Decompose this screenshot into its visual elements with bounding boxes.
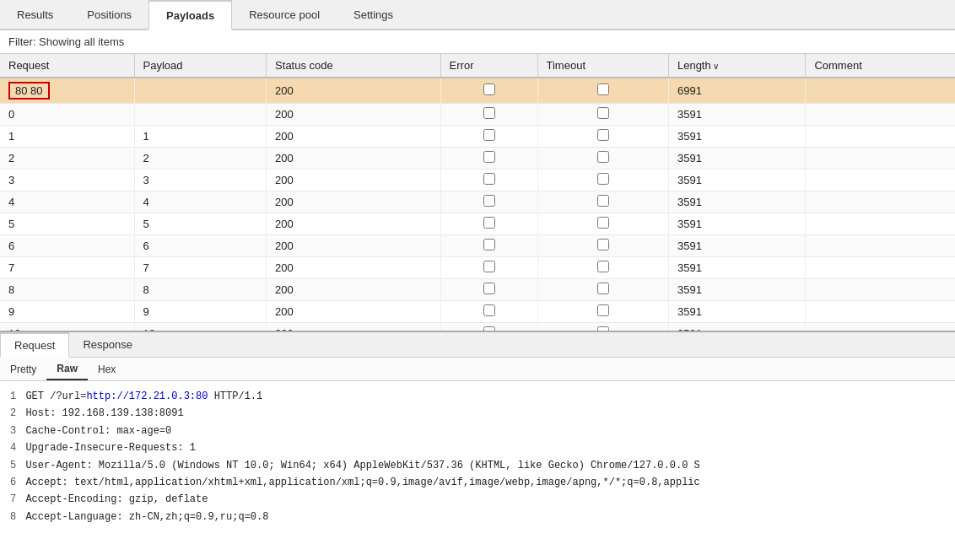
http-line: 5 User-Agent: Mozilla/5.0 (Windows NT 10… xyxy=(10,457,945,474)
bottom-tab-request[interactable]: Request xyxy=(0,332,69,358)
cell-payload xyxy=(134,78,267,104)
cell-timeout[interactable] xyxy=(537,279,668,301)
table-row[interactable]: 882003591 xyxy=(0,279,955,301)
timeout-checkbox[interactable] xyxy=(597,261,609,272)
cell-error[interactable] xyxy=(440,213,537,235)
cell-length: 3591 xyxy=(668,170,805,191)
timeout-checkbox[interactable] xyxy=(597,326,609,332)
http-line: 2 Host: 192.168.139.138:8091 xyxy=(10,405,945,422)
timeout-checkbox[interactable] xyxy=(597,283,609,294)
cell-length: 3591 xyxy=(668,279,805,301)
sub-tabs-bar: Pretty Raw Hex xyxy=(0,358,955,381)
cell-payload: 3 xyxy=(134,170,267,191)
error-checkbox[interactable] xyxy=(483,326,495,332)
filter-bar: Filter: Showing all items xyxy=(0,30,955,54)
cell-status: 200 xyxy=(267,78,441,104)
cell-payload: 1 xyxy=(134,126,267,148)
cell-length: 3591 xyxy=(668,126,805,148)
timeout-checkbox[interactable] xyxy=(597,129,609,141)
cell-timeout[interactable] xyxy=(537,126,668,148)
cell-request: 10 xyxy=(0,323,134,333)
cell-comment xyxy=(806,235,955,257)
sub-tab-pretty[interactable]: Pretty xyxy=(0,358,46,380)
table-row[interactable]: 662003591 xyxy=(0,235,955,257)
col-status-code[interactable]: Status code xyxy=(267,54,441,78)
cell-status: 200 xyxy=(267,257,441,279)
col-request[interactable]: Request xyxy=(0,54,134,78)
timeout-checkbox[interactable] xyxy=(597,83,609,95)
col-error[interactable]: Error xyxy=(440,54,537,78)
table-body: 80 8020069910200359111200359122200359133… xyxy=(0,78,955,332)
cell-timeout[interactable] xyxy=(537,148,668,170)
cell-payload: 2 xyxy=(134,148,267,170)
tab-settings[interactable]: Settings xyxy=(337,0,410,29)
cell-error[interactable] xyxy=(440,191,537,213)
cell-error[interactable] xyxy=(440,279,537,301)
cell-error[interactable] xyxy=(440,301,537,323)
timeout-checkbox[interactable] xyxy=(597,217,609,229)
error-checkbox[interactable] xyxy=(483,195,495,207)
col-timeout[interactable]: Timeout xyxy=(537,54,668,78)
cell-timeout[interactable] xyxy=(537,213,668,235)
timeout-checkbox[interactable] xyxy=(597,195,609,207)
table-row[interactable]: 112003591 xyxy=(0,126,955,148)
cell-error[interactable] xyxy=(440,323,537,333)
col-length[interactable]: Length xyxy=(668,54,805,78)
cell-error[interactable] xyxy=(440,257,537,279)
cell-length: 3591 xyxy=(668,235,805,257)
error-checkbox[interactable] xyxy=(483,83,495,95)
table-row[interactable]: 552003591 xyxy=(0,213,955,235)
table-row[interactable]: 442003591 xyxy=(0,191,955,213)
tab-positions[interactable]: Positions xyxy=(70,0,148,29)
table-row[interactable]: 02003591 xyxy=(0,104,955,126)
cell-error[interactable] xyxy=(440,104,537,126)
cell-timeout[interactable] xyxy=(537,323,668,333)
tab-payloads[interactable]: Payloads xyxy=(148,0,232,30)
cell-timeout[interactable] xyxy=(537,104,668,126)
cell-timeout[interactable] xyxy=(537,170,668,191)
cell-timeout[interactable] xyxy=(537,78,668,104)
col-payload[interactable]: Payload xyxy=(134,54,267,78)
timeout-checkbox[interactable] xyxy=(597,304,609,316)
cell-payload: 5 xyxy=(134,213,267,235)
cell-error[interactable] xyxy=(440,78,537,104)
cell-timeout[interactable] xyxy=(537,301,668,323)
timeout-checkbox[interactable] xyxy=(597,173,609,185)
error-checkbox[interactable] xyxy=(483,239,495,250)
cell-payload: 7 xyxy=(134,257,267,279)
table-row[interactable]: 772003591 xyxy=(0,257,955,279)
error-checkbox[interactable] xyxy=(483,173,495,185)
cell-request: 7 xyxy=(0,257,134,279)
tab-resource-pool[interactable]: Resource pool xyxy=(232,0,337,29)
error-checkbox[interactable] xyxy=(483,261,495,272)
cell-timeout[interactable] xyxy=(537,191,668,213)
sub-tab-raw[interactable]: Raw xyxy=(46,358,88,380)
col-comment[interactable]: Comment xyxy=(806,54,955,78)
cell-request: 4 xyxy=(0,191,134,213)
error-checkbox[interactable] xyxy=(483,217,495,229)
table-row[interactable]: 222003591 xyxy=(0,148,955,170)
cell-request: 3 xyxy=(0,170,134,191)
timeout-checkbox[interactable] xyxy=(597,151,609,163)
table-row[interactable]: 80 802006991 xyxy=(0,78,955,104)
table-row[interactable]: 992003591 xyxy=(0,301,955,323)
timeout-checkbox[interactable] xyxy=(597,107,609,119)
cell-timeout[interactable] xyxy=(537,235,668,257)
timeout-checkbox[interactable] xyxy=(597,239,609,250)
cell-error[interactable] xyxy=(440,126,537,148)
error-checkbox[interactable] xyxy=(483,107,495,119)
table-row[interactable]: 10102003591 xyxy=(0,323,955,333)
tab-results[interactable]: Results xyxy=(0,0,70,29)
bottom-tab-response[interactable]: Response xyxy=(69,332,146,357)
error-checkbox[interactable] xyxy=(483,283,495,294)
error-checkbox[interactable] xyxy=(483,151,495,163)
cell-error[interactable] xyxy=(440,148,537,170)
bottom-tabs-bar: Request Response xyxy=(0,332,955,358)
sub-tab-hex[interactable]: Hex xyxy=(88,358,126,380)
cell-error[interactable] xyxy=(440,170,537,191)
cell-error[interactable] xyxy=(440,235,537,257)
cell-timeout[interactable] xyxy=(537,257,668,279)
table-row[interactable]: 332003591 xyxy=(0,170,955,191)
error-checkbox[interactable] xyxy=(483,129,495,141)
error-checkbox[interactable] xyxy=(483,304,495,316)
